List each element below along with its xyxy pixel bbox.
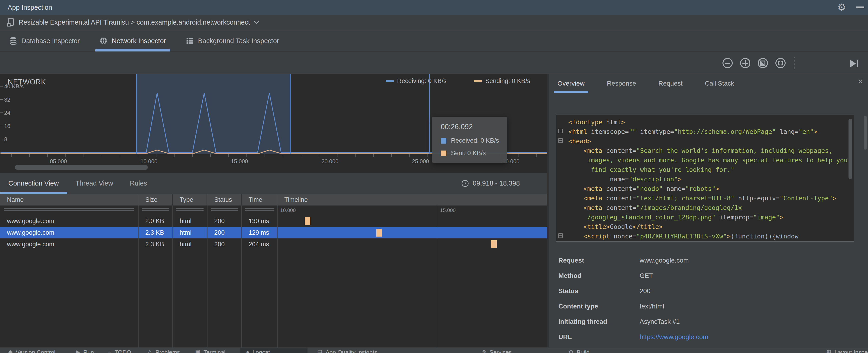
logcat-icon: ● — [246, 349, 249, 353]
tool-window-button-todo[interactable]: ≡TODO — [108, 349, 131, 353]
column-header-timeline[interactable]: Timeline — [277, 194, 547, 205]
cell-status: 200 — [207, 241, 242, 248]
column-header-type[interactable]: Type — [173, 194, 207, 205]
terminal-icon: ▣ — [195, 349, 200, 353]
gear-icon[interactable]: ⚙ — [837, 1, 846, 13]
timeline-tick-label: 15.000 — [440, 207, 456, 213]
svg-text:25.000: 25.000 — [412, 158, 429, 164]
code-fold-icon[interactable] — [558, 129, 563, 133]
list-icon — [185, 36, 194, 45]
column-range-bar — [4, 208, 134, 211]
tab-connection-view[interactable]: Connection View — [0, 173, 67, 194]
network-chart[interactable]: 40 KB/s322416805.00010.00015.00020.00025… — [0, 74, 547, 173]
tab-label: Call Stack — [705, 80, 734, 87]
detail-label: Method — [552, 272, 640, 280]
response-preview[interactable]: <!doctype html><html itemscope="" itemty… — [556, 115, 854, 242]
minimize-icon[interactable] — [856, 6, 864, 8]
tab-call-stack[interactable]: Call Stack — [702, 74, 737, 93]
window-title: App Inspection — [8, 4, 52, 11]
process-label: Resizable Experimental API Tiramisu > co… — [19, 19, 250, 26]
column-header-time[interactable]: Time — [242, 194, 277, 205]
tab-label: Rules — [130, 180, 147, 187]
tool-window-button-layout-inspector[interactable]: ▦Layout Inspector — [826, 349, 868, 353]
skip-to-end-button[interactable] — [848, 58, 860, 69]
chart-title: NETWORK — [8, 78, 46, 86]
play-icon: ▶ — [76, 349, 80, 353]
cell-name: www.google.com — [0, 218, 138, 225]
table-row[interactable]: www.google.com2.3 KBhtml200204 ms — [0, 238, 547, 250]
column-separator[interactable] — [241, 205, 242, 347]
column-separator[interactable] — [207, 205, 208, 347]
request-details: Requestwww.google.comMethodGETStatus200C… — [552, 253, 863, 345]
column-header-name[interactable]: Name — [0, 194, 138, 205]
svg-text:16: 16 — [4, 123, 10, 129]
column-separator[interactable] — [138, 205, 138, 347]
code-fold-icon[interactable] — [558, 233, 563, 238]
tab-overview[interactable]: Overview — [555, 74, 587, 93]
code-line: images, videos and more. Google has many… — [556, 155, 854, 165]
tab-background-task-inspector[interactable]: Background Task Inspector — [183, 30, 281, 52]
tool-window-button-app-quality-insights[interactable]: ▤App Quality Insights — [317, 349, 377, 353]
cell-size: 2.0 KB — [138, 218, 173, 225]
chevron-down-icon[interactable] — [254, 20, 260, 24]
tool-window-button-version-control[interactable]: ◆Version Control — [8, 349, 56, 353]
insights-icon: ▤ — [317, 349, 322, 353]
column-separator[interactable] — [173, 205, 173, 347]
cell-type: html — [173, 229, 207, 236]
table-row[interactable]: www.google.com2.0 KBhtml200130 ms — [0, 215, 547, 227]
inspector-tab-bar: Database Inspector Network Inspector Bac… — [0, 30, 868, 52]
detail-value-link[interactable]: https://www.google.com — [640, 333, 708, 341]
code-line: <meta content="noodp" name="robots"> — [556, 184, 854, 193]
services-icon: ◎ — [482, 349, 486, 353]
tab-response[interactable]: Response — [604, 74, 639, 93]
chart-toolbar — [0, 52, 868, 74]
table-row[interactable]: www.google.com2.3 KBhtml200129 ms — [0, 227, 547, 238]
code-scrollbar[interactable] — [848, 119, 852, 179]
column-header-size[interactable]: Size — [138, 194, 173, 205]
tool-window-button-logcat[interactable]: ●Logcat — [246, 349, 270, 353]
cell-timeline — [277, 227, 547, 238]
detail-value: GET — [640, 272, 653, 280]
warning-icon: ⚠ — [147, 349, 152, 353]
detail-row: Content typetext/html — [552, 299, 863, 314]
detail-pane-scrollbar[interactable] — [864, 116, 867, 150]
zoom-out-button[interactable] — [722, 58, 733, 69]
tool-window-bar: ◆Version Control▶Run≡TODO⚠Problems▣Termi… — [0, 348, 868, 353]
close-icon[interactable]: × — [858, 76, 863, 87]
column-range-bar — [142, 208, 169, 211]
zoom-in-button[interactable] — [740, 58, 751, 69]
connections-table-body: www.google.com2.0 KBhtml200130 mswww.goo… — [0, 215, 547, 250]
cell-type: html — [173, 241, 207, 248]
code-fold-icon[interactable] — [558, 138, 563, 143]
detail-value: www.google.com — [640, 257, 689, 264]
detail-row: Initiating threadAsyncTask #1 — [552, 314, 863, 329]
tooltip-row: Sent: 0 KB/s — [441, 150, 486, 157]
zoom-to-selection-button[interactable] — [775, 58, 786, 69]
tab-label: Database Inspector — [21, 37, 80, 45]
tool-window-button-services[interactable]: ◎Services — [482, 349, 512, 353]
tool-window-button-run[interactable]: ▶Run — [76, 349, 94, 353]
tooltip-swatch — [441, 138, 446, 143]
tool-window-button-problems[interactable]: ⚠Problems — [147, 349, 180, 353]
chart-range-scrollbar[interactable] — [15, 165, 148, 170]
pane-divider[interactable] — [547, 74, 549, 347]
cell-timeline — [277, 238, 547, 250]
column-header-status[interactable]: Status — [207, 194, 242, 205]
cell-size: 2.3 KB — [138, 241, 173, 248]
tab-request[interactable]: Request — [656, 74, 685, 93]
reset-zoom-button[interactable] — [757, 58, 769, 69]
tool-window-button-terminal[interactable]: ▣Terminal — [195, 349, 225, 353]
column-separator[interactable] — [277, 205, 278, 347]
code-line: <head> — [556, 136, 854, 146]
process-selector-bar[interactable]: Resizable Experimental API Tiramisu > co… — [0, 15, 868, 30]
cell-timeline — [277, 215, 547, 227]
tab-thread-view[interactable]: Thread View — [67, 173, 121, 194]
detail-row: Status200 — [552, 283, 863, 299]
tab-network-inspector[interactable]: Network Inspector — [97, 30, 168, 52]
tool-window-button-build[interactable]: ⚙Build — [568, 349, 589, 353]
tab-database-inspector[interactable]: Database Inspector — [6, 30, 82, 52]
detail-label: Initiating thread — [552, 318, 640, 325]
tab-rules[interactable]: Rules — [121, 173, 155, 194]
cell-name: www.google.com — [0, 229, 138, 236]
svg-text:15.000: 15.000 — [231, 158, 248, 164]
